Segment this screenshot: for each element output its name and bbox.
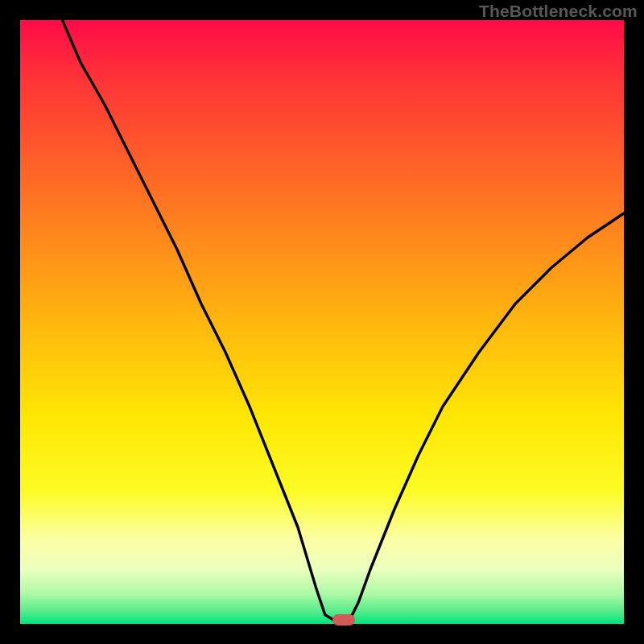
watermark-text: TheBottleneck.com (479, 2, 638, 21)
curve-path (63, 20, 625, 621)
optimum-marker (332, 614, 355, 625)
bottleneck-curve (20, 20, 624, 624)
plot-area (20, 20, 624, 624)
chart-frame: TheBottleneck.com (0, 0, 644, 644)
